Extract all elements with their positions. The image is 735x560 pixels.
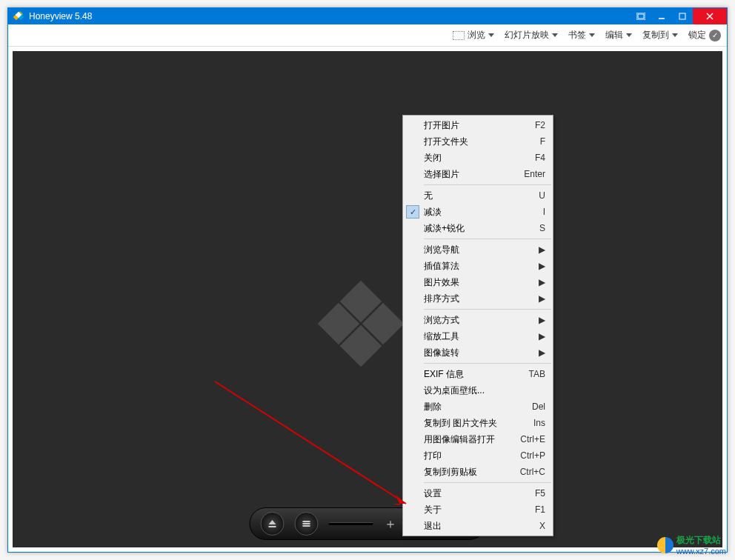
svg-rect-11 (269, 526, 276, 527)
menu-open-editor[interactable]: 用图像编辑器打开Ctrl+E (403, 431, 553, 447)
submenu-arrow-icon: ▶ (539, 277, 545, 287)
dropdown-icon (488, 33, 494, 37)
menu-separator (424, 239, 551, 239)
svg-rect-5 (638, 14, 644, 19)
svg-rect-13 (303, 523, 310, 524)
menu-img-rotate[interactable]: 图像旋转▶ (403, 344, 553, 361)
submenu-arrow-icon: ▶ (539, 244, 545, 255)
zoom-in-button[interactable]: ＋ (384, 515, 397, 533)
svg-rect-7 (679, 13, 685, 19)
context-menu: 打开图片F2 打开文件夹F 关闭F4 选择图片Enter 无U ✓减淡I 减淡+… (402, 115, 553, 536)
toolbar-lock-label: 锁定 (688, 29, 706, 41)
menu-copy-to-folder[interactable]: 复制到 图片文件夹Ins (403, 415, 553, 431)
menu-open-folder[interactable]: 打开文件夹F (403, 133, 553, 150)
menu-settings[interactable]: 设置F5 (403, 485, 553, 501)
dropdown-icon (589, 33, 595, 37)
menu-about[interactable]: 关于F1 (403, 501, 553, 518)
svg-marker-10 (269, 520, 276, 524)
menu-close[interactable]: 关闭F4 (403, 150, 553, 166)
watermark-logo-icon (657, 537, 674, 553)
watermark: 极光下载站 www.xz7.com (657, 534, 726, 556)
menu-button[interactable] (295, 512, 319, 536)
svg-rect-14 (303, 525, 310, 527)
menu-exit[interactable]: 退出X (403, 518, 553, 534)
close-button[interactable] (693, 8, 727, 24)
menu-img-effects[interactable]: 图片效果▶ (403, 274, 553, 290)
toolbar-edit[interactable]: 编辑 (605, 29, 632, 41)
dropdown-icon (672, 33, 678, 37)
dropdown-icon (626, 33, 632, 37)
toolbar-browse-label: 浏览 (468, 29, 485, 41)
toolbar-edit-label: 编辑 (605, 29, 623, 41)
menu-copy-clipboard[interactable]: 复制到剪贴板Ctrl+C (403, 464, 553, 480)
menu-delete[interactable]: 删除Del (403, 399, 553, 415)
submenu-arrow-icon: ▶ (539, 315, 545, 325)
toolbar-slideshow[interactable]: 幻灯片放映 (505, 29, 558, 41)
maximize-button[interactable] (672, 8, 693, 24)
submenu-arrow-icon: ▶ (539, 293, 545, 304)
toolbar-copyto-label: 复制到 (642, 29, 669, 41)
fullscreen-button[interactable] (631, 8, 651, 24)
menu-separator (424, 482, 551, 483)
check-circle-icon: ✓ (709, 30, 721, 41)
app-window: Honeyview 5.48 浏览 幻灯片放映 书签 编辑 复制到 锁定✓ ＋ … (7, 7, 728, 553)
menu-exif-info[interactable]: EXIF 信息TAB (403, 366, 553, 382)
viewport-icon (453, 31, 465, 40)
menu-open-image[interactable]: 打开图片F2 (403, 117, 553, 133)
submenu-arrow-icon: ▶ (539, 331, 545, 341)
menu-select-image[interactable]: 选择图片Enter (403, 166, 553, 182)
check-icon: ✓ (406, 205, 419, 219)
content-area: ＋ － ↶ ↷ (8, 47, 727, 552)
menu-separator (424, 363, 551, 364)
menu-sort-mode[interactable]: 排序方式▶ (403, 290, 553, 307)
submenu-arrow-icon: ▶ (539, 347, 545, 358)
menu-set-wallpaper[interactable]: 设为桌面壁纸... (403, 382, 553, 399)
app-logo-icon (13, 10, 24, 22)
toolbar-browse[interactable]: 浏览 (453, 29, 494, 41)
app-title: Honeyview 5.48 (29, 11, 92, 21)
image-viewport[interactable]: ＋ － ↶ ↷ (13, 51, 722, 547)
toolbar-copyto[interactable]: 复制到 (642, 29, 678, 41)
watermark-url: www.xz7.com (676, 547, 726, 556)
toolbar-lock[interactable]: 锁定✓ (688, 29, 721, 41)
menu-fade-sharpen[interactable]: 减淡+锐化S (403, 220, 553, 236)
menu-separator (424, 184, 551, 185)
titlebar: Honeyview 5.48 (8, 8, 727, 24)
toolbar-bookmarks[interactable]: 书签 (568, 29, 595, 41)
menu-separator (424, 309, 551, 310)
eject-button[interactable] (261, 512, 285, 536)
menu-fade[interactable]: ✓减淡I (403, 204, 553, 220)
menu-browse-nav[interactable]: 浏览导航▶ (403, 241, 553, 258)
menu-zoom-tools[interactable]: 缩放工具▶ (403, 328, 553, 344)
toolbar-slideshow-label: 幻灯片放映 (505, 29, 549, 41)
dropdown-icon (552, 33, 558, 37)
svg-rect-12 (303, 521, 310, 522)
watermark-brand: 极光下载站 (676, 534, 726, 547)
toolbar-bookmarks-label: 书签 (568, 29, 586, 41)
menu-none[interactable]: 无U (403, 187, 553, 204)
submenu-arrow-icon: ▶ (539, 261, 545, 271)
menu-print[interactable]: 打印Ctrl+P (403, 447, 553, 464)
menu-interp-algo[interactable]: 插值算法▶ (403, 258, 553, 274)
minimize-button[interactable] (651, 8, 672, 24)
toolbar: 浏览 幻灯片放映 书签 编辑 复制到 锁定✓ (8, 24, 727, 47)
slider-track[interactable] (329, 522, 373, 525)
menu-browse-mode[interactable]: 浏览方式▶ (403, 312, 553, 328)
